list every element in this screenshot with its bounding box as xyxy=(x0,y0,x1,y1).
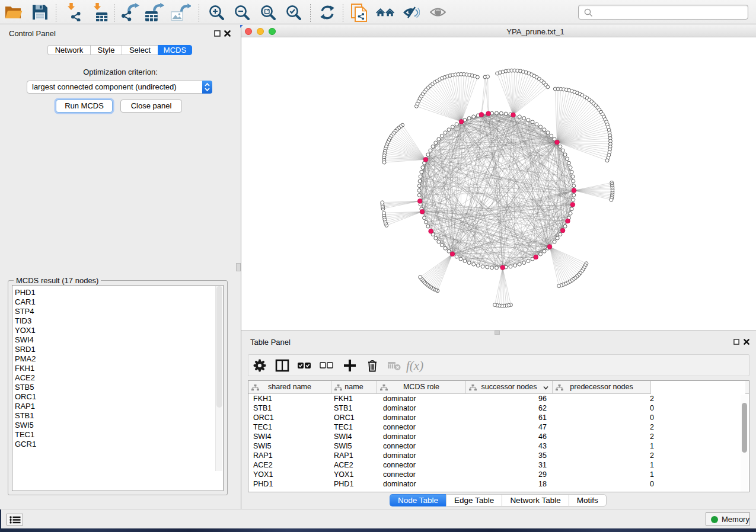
svg-text:f(x): f(x) xyxy=(406,358,423,373)
